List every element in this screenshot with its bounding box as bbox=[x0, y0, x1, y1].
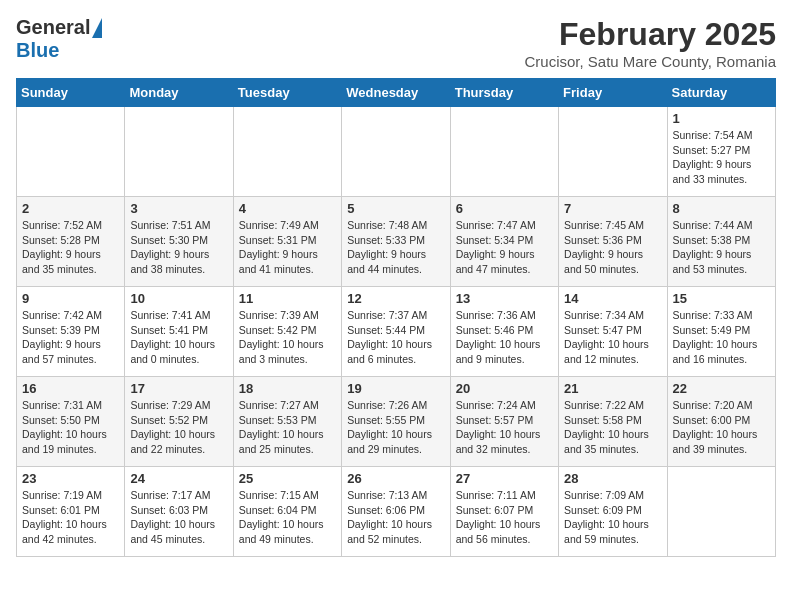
calendar-cell: 25Sunrise: 7:15 AM Sunset: 6:04 PM Dayli… bbox=[233, 467, 341, 557]
day-number: 19 bbox=[347, 381, 444, 396]
calendar-cell: 11Sunrise: 7:39 AM Sunset: 5:42 PM Dayli… bbox=[233, 287, 341, 377]
day-info: Sunrise: 7:26 AM Sunset: 5:55 PM Dayligh… bbox=[347, 398, 444, 457]
calendar-cell: 5Sunrise: 7:48 AM Sunset: 5:33 PM Daylig… bbox=[342, 197, 450, 287]
calendar-cell: 26Sunrise: 7:13 AM Sunset: 6:06 PM Dayli… bbox=[342, 467, 450, 557]
day-info: Sunrise: 7:33 AM Sunset: 5:49 PM Dayligh… bbox=[673, 308, 770, 367]
day-info: Sunrise: 7:09 AM Sunset: 6:09 PM Dayligh… bbox=[564, 488, 661, 547]
calendar-cell: 3Sunrise: 7:51 AM Sunset: 5:30 PM Daylig… bbox=[125, 197, 233, 287]
day-info: Sunrise: 7:41 AM Sunset: 5:41 PM Dayligh… bbox=[130, 308, 227, 367]
day-number: 18 bbox=[239, 381, 336, 396]
day-number: 25 bbox=[239, 471, 336, 486]
calendar-cell: 22Sunrise: 7:20 AM Sunset: 6:00 PM Dayli… bbox=[667, 377, 775, 467]
day-number: 6 bbox=[456, 201, 553, 216]
page-header: General Blue February 2025 Crucisor, Sat… bbox=[16, 16, 776, 70]
day-number: 11 bbox=[239, 291, 336, 306]
day-number: 2 bbox=[22, 201, 119, 216]
day-number: 15 bbox=[673, 291, 770, 306]
day-number: 24 bbox=[130, 471, 227, 486]
day-number: 28 bbox=[564, 471, 661, 486]
title-block: February 2025 Crucisor, Satu Mare County… bbox=[525, 16, 777, 70]
weekday-header-wednesday: Wednesday bbox=[342, 79, 450, 107]
calendar-cell bbox=[233, 107, 341, 197]
calendar-week-2: 2Sunrise: 7:52 AM Sunset: 5:28 PM Daylig… bbox=[17, 197, 776, 287]
weekday-header-thursday: Thursday bbox=[450, 79, 558, 107]
calendar-cell bbox=[559, 107, 667, 197]
calendar-title: February 2025 bbox=[525, 16, 777, 53]
calendar-cell: 18Sunrise: 7:27 AM Sunset: 5:53 PM Dayli… bbox=[233, 377, 341, 467]
calendar-cell: 6Sunrise: 7:47 AM Sunset: 5:34 PM Daylig… bbox=[450, 197, 558, 287]
calendar-cell bbox=[17, 107, 125, 197]
day-info: Sunrise: 7:45 AM Sunset: 5:36 PM Dayligh… bbox=[564, 218, 661, 277]
calendar-subtitle: Crucisor, Satu Mare County, Romania bbox=[525, 53, 777, 70]
calendar-cell: 14Sunrise: 7:34 AM Sunset: 5:47 PM Dayli… bbox=[559, 287, 667, 377]
day-number: 3 bbox=[130, 201, 227, 216]
day-number: 9 bbox=[22, 291, 119, 306]
day-info: Sunrise: 7:15 AM Sunset: 6:04 PM Dayligh… bbox=[239, 488, 336, 547]
day-info: Sunrise: 7:27 AM Sunset: 5:53 PM Dayligh… bbox=[239, 398, 336, 457]
day-number: 8 bbox=[673, 201, 770, 216]
day-info: Sunrise: 7:42 AM Sunset: 5:39 PM Dayligh… bbox=[22, 308, 119, 367]
day-number: 22 bbox=[673, 381, 770, 396]
day-info: Sunrise: 7:47 AM Sunset: 5:34 PM Dayligh… bbox=[456, 218, 553, 277]
day-info: Sunrise: 7:31 AM Sunset: 5:50 PM Dayligh… bbox=[22, 398, 119, 457]
day-number: 7 bbox=[564, 201, 661, 216]
calendar-cell: 24Sunrise: 7:17 AM Sunset: 6:03 PM Dayli… bbox=[125, 467, 233, 557]
day-number: 14 bbox=[564, 291, 661, 306]
day-info: Sunrise: 7:54 AM Sunset: 5:27 PM Dayligh… bbox=[673, 128, 770, 187]
logo: General Blue bbox=[16, 16, 102, 62]
calendar-cell: 27Sunrise: 7:11 AM Sunset: 6:07 PM Dayli… bbox=[450, 467, 558, 557]
day-info: Sunrise: 7:24 AM Sunset: 5:57 PM Dayligh… bbox=[456, 398, 553, 457]
day-number: 5 bbox=[347, 201, 444, 216]
calendar-table: SundayMondayTuesdayWednesdayThursdayFrid… bbox=[16, 78, 776, 557]
day-info: Sunrise: 7:49 AM Sunset: 5:31 PM Dayligh… bbox=[239, 218, 336, 277]
day-number: 4 bbox=[239, 201, 336, 216]
day-number: 16 bbox=[22, 381, 119, 396]
calendar-cell bbox=[125, 107, 233, 197]
calendar-week-4: 16Sunrise: 7:31 AM Sunset: 5:50 PM Dayli… bbox=[17, 377, 776, 467]
calendar-cell: 10Sunrise: 7:41 AM Sunset: 5:41 PM Dayli… bbox=[125, 287, 233, 377]
day-number: 27 bbox=[456, 471, 553, 486]
calendar-cell bbox=[450, 107, 558, 197]
calendar-week-3: 9Sunrise: 7:42 AM Sunset: 5:39 PM Daylig… bbox=[17, 287, 776, 377]
weekday-header-row: SundayMondayTuesdayWednesdayThursdayFrid… bbox=[17, 79, 776, 107]
weekday-header-saturday: Saturday bbox=[667, 79, 775, 107]
day-number: 26 bbox=[347, 471, 444, 486]
calendar-cell: 8Sunrise: 7:44 AM Sunset: 5:38 PM Daylig… bbox=[667, 197, 775, 287]
day-info: Sunrise: 7:52 AM Sunset: 5:28 PM Dayligh… bbox=[22, 218, 119, 277]
calendar-cell: 7Sunrise: 7:45 AM Sunset: 5:36 PM Daylig… bbox=[559, 197, 667, 287]
calendar-cell: 13Sunrise: 7:36 AM Sunset: 5:46 PM Dayli… bbox=[450, 287, 558, 377]
day-info: Sunrise: 7:11 AM Sunset: 6:07 PM Dayligh… bbox=[456, 488, 553, 547]
day-info: Sunrise: 7:36 AM Sunset: 5:46 PM Dayligh… bbox=[456, 308, 553, 367]
day-info: Sunrise: 7:19 AM Sunset: 6:01 PM Dayligh… bbox=[22, 488, 119, 547]
weekday-header-friday: Friday bbox=[559, 79, 667, 107]
calendar-cell: 9Sunrise: 7:42 AM Sunset: 5:39 PM Daylig… bbox=[17, 287, 125, 377]
calendar-cell: 20Sunrise: 7:24 AM Sunset: 5:57 PM Dayli… bbox=[450, 377, 558, 467]
day-number: 12 bbox=[347, 291, 444, 306]
calendar-week-1: 1Sunrise: 7:54 AM Sunset: 5:27 PM Daylig… bbox=[17, 107, 776, 197]
logo-general-text: General bbox=[16, 16, 90, 39]
day-info: Sunrise: 7:13 AM Sunset: 6:06 PM Dayligh… bbox=[347, 488, 444, 547]
calendar-cell bbox=[342, 107, 450, 197]
day-info: Sunrise: 7:34 AM Sunset: 5:47 PM Dayligh… bbox=[564, 308, 661, 367]
calendar-cell: 19Sunrise: 7:26 AM Sunset: 5:55 PM Dayli… bbox=[342, 377, 450, 467]
calendar-cell: 23Sunrise: 7:19 AM Sunset: 6:01 PM Dayli… bbox=[17, 467, 125, 557]
logo-blue-text: Blue bbox=[16, 39, 59, 61]
weekday-header-tuesday: Tuesday bbox=[233, 79, 341, 107]
day-number: 10 bbox=[130, 291, 227, 306]
calendar-cell: 17Sunrise: 7:29 AM Sunset: 5:52 PM Dayli… bbox=[125, 377, 233, 467]
calendar-cell: 21Sunrise: 7:22 AM Sunset: 5:58 PM Dayli… bbox=[559, 377, 667, 467]
calendar-cell: 15Sunrise: 7:33 AM Sunset: 5:49 PM Dayli… bbox=[667, 287, 775, 377]
logo-triangle-icon bbox=[92, 18, 102, 38]
calendar-cell bbox=[667, 467, 775, 557]
day-info: Sunrise: 7:44 AM Sunset: 5:38 PM Dayligh… bbox=[673, 218, 770, 277]
day-info: Sunrise: 7:39 AM Sunset: 5:42 PM Dayligh… bbox=[239, 308, 336, 367]
calendar-cell: 1Sunrise: 7:54 AM Sunset: 5:27 PM Daylig… bbox=[667, 107, 775, 197]
day-info: Sunrise: 7:17 AM Sunset: 6:03 PM Dayligh… bbox=[130, 488, 227, 547]
day-number: 20 bbox=[456, 381, 553, 396]
weekday-header-sunday: Sunday bbox=[17, 79, 125, 107]
calendar-cell: 16Sunrise: 7:31 AM Sunset: 5:50 PM Dayli… bbox=[17, 377, 125, 467]
weekday-header-monday: Monday bbox=[125, 79, 233, 107]
day-number: 23 bbox=[22, 471, 119, 486]
day-number: 1 bbox=[673, 111, 770, 126]
day-info: Sunrise: 7:48 AM Sunset: 5:33 PM Dayligh… bbox=[347, 218, 444, 277]
